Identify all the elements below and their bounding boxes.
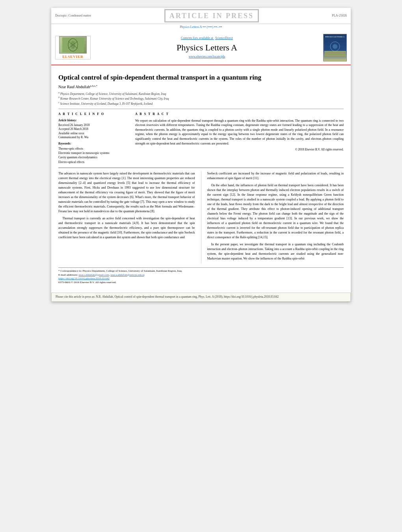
article-in-press-text: ARTICLE IN PRESS — [164, 9, 259, 22]
journal-cover-image: PHYSICS LETTERS A — [323, 34, 347, 61]
footnote-section: * Correspondence to: Physics Department,… — [58, 267, 344, 285]
keyword-3: Cavity quantum electrodynamics — [58, 155, 129, 159]
body-right-column: Seebeck coefficient are increased by the… — [207, 171, 344, 263]
article-history-label: Article history: — [58, 119, 129, 122]
column-divider — [201, 171, 201, 263]
sciencedirect-link[interactable]: Contents lists available at ScienceDirec… — [95, 36, 319, 41]
article-info-column: A R T I C L E I N F O Article history: R… — [58, 112, 129, 164]
citation-text: Please cite this article in press as: N.… — [56, 295, 279, 298]
body-right-para-2: On the other hand, the influences of pho… — [207, 183, 344, 240]
body-text-section: The advances in nanoscale system have la… — [58, 171, 344, 263]
body-right-para-1: Seebeck coefficient are increased by the… — [207, 171, 344, 181]
abstract-column: A B S T R A C T We report on calculation… — [135, 112, 344, 164]
affiliation-b: b Komar Research Center, Komar Universit… — [58, 96, 344, 100]
author-name: Nzar Rauf Abdullah — [58, 85, 90, 89]
elsevier-logo: ELSEVIER — [55, 36, 91, 59]
journal-url[interactable]: www.elsevier.com/locate/pla — [95, 55, 319, 59]
main-content: Optical control of spin-dependent therma… — [51, 65, 351, 289]
section-divider-2 — [58, 167, 344, 168]
copyright-line: © 2018 Elsevier B.V. All rights reserved… — [135, 148, 344, 152]
body-left-para-2: Thermal transport is currently an active… — [58, 216, 195, 240]
affiliation-c: c Science Institute, University of Icela… — [58, 101, 344, 106]
article-in-press-banner: ARTICLE IN PRESS — [91, 9, 332, 22]
available-online: Available online xxxx — [58, 132, 129, 136]
authors-line: Nzar Rauf Abdullaha,b,c,* — [58, 84, 344, 90]
received-date: Received 26 January 2018 — [58, 123, 129, 128]
article-title: Optical control of spin-dependent therma… — [58, 73, 344, 82]
article-info-heading: A R T I C L E I N F O — [58, 112, 129, 117]
email-1-link[interactable]: nzar.r.abdullah@gmail.com — [78, 273, 109, 276]
keyword-1: Thermo-optic effects — [58, 146, 129, 151]
body-right-para-3: In the present paper, we investigate the… — [207, 242, 344, 261]
svg-rect-9 — [324, 51, 346, 56]
doi-link[interactable]: https://doi.org/10.1016/j.physleta.2018.… — [58, 277, 110, 280]
author-superscripts: a,b,c,* — [90, 84, 97, 87]
accepted-date: Accepted 26 March 2018 — [58, 127, 129, 132]
journal-cover-text: PHYSICS LETTERS A — [326, 36, 345, 38]
journal-header: ELSEVIER Contents lists available at Sci… — [51, 31, 351, 65]
email-2-link[interactable]: nzar.a.abdullah@univsu.edu.iq — [110, 273, 145, 276]
article-id: PLA-25026 — [332, 14, 347, 18]
doctopic-label: Doctopic: Condensed matter — [55, 14, 91, 18]
physics-letters-link[interactable]: Physics Letters A ••• (••••) •••–••• — [51, 24, 351, 31]
abstract-text: We report on calculation of spin-depende… — [135, 119, 344, 146]
communicated-by: Communicated by R. Wu — [58, 135, 129, 140]
top-bar: Doctopic: Condensed matter ARTICLE IN PR… — [51, 8, 351, 24]
email-footnote: E-mail addresses: nzar.r.abdullah@gmail.… — [58, 273, 344, 277]
citation-bar: Please cite this article in press as: N.… — [51, 293, 351, 302]
keyword-4: Electro-optical effects — [58, 160, 129, 164]
article-page: Doctopic: Condensed matter ARTICLE IN PR… — [51, 8, 351, 302]
journal-name: Physics Letters A — [95, 42, 319, 54]
abstract-heading: A B S T R A C T — [135, 112, 344, 117]
issn-footnote: 0375-9601/© 2018 Elsevier B.V. All right… — [58, 281, 344, 285]
section-divider-1 — [58, 109, 344, 109]
physics-letters-link-text: Physics Letters A ••• (••••) •••–••• — [180, 25, 222, 29]
keyword-2: Electronic transport in mesoscopic syste… — [58, 151, 129, 155]
affiliation-a: a Physics Department, College of Science… — [58, 91, 344, 96]
body-left-column: The advances in nanoscale system have la… — [58, 171, 195, 263]
elsevier-logo-image — [59, 36, 87, 54]
doi-footnote: https://doi.org/10.1016/j.physleta.2018.… — [58, 277, 344, 281]
keywords-label: Keywords: — [58, 142, 129, 146]
correspondence-footnote: * Correspondence to: Physics Department,… — [58, 269, 344, 273]
body-left-para-1: The advances in nanoscale system have la… — [58, 171, 195, 214]
journal-title-block: Contents lists available at ScienceDirec… — [91, 36, 323, 59]
svg-point-7 — [333, 44, 337, 49]
elsevier-label: ELSEVIER — [62, 54, 84, 59]
article-info-abstract-section: A R T I C L E I N F O Article history: R… — [58, 112, 344, 164]
affiliations: a Physics Department, College of Science… — [58, 91, 344, 106]
